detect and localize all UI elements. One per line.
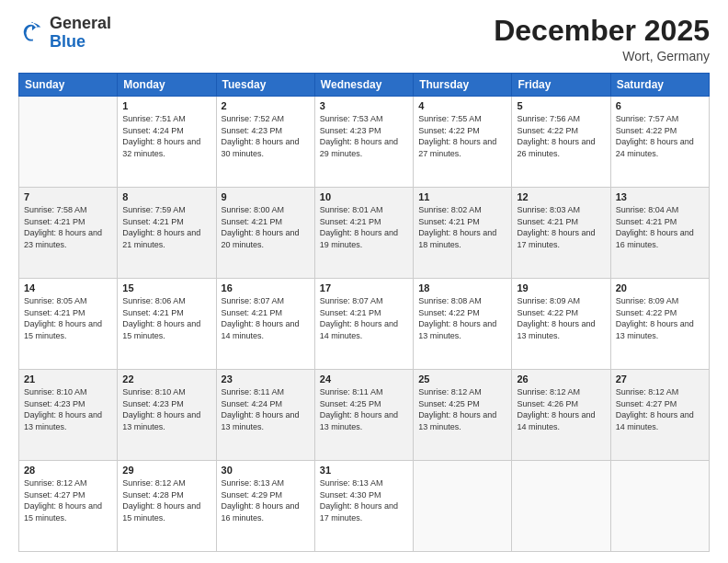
day-info: Sunrise: 7:58 AMSunset: 4:21 PMDaylight:… xyxy=(24,204,112,250)
calendar-cell: 20Sunrise: 8:09 AMSunset: 4:22 PMDayligh… xyxy=(610,279,709,370)
logo-icon xyxy=(18,20,44,46)
day-number: 11 xyxy=(418,191,506,202)
day-number: 20 xyxy=(616,282,704,293)
calendar-cell: 25Sunrise: 8:12 AMSunset: 4:25 PMDayligh… xyxy=(414,370,512,461)
calendar-cell: 24Sunrise: 8:11 AMSunset: 4:25 PMDayligh… xyxy=(314,370,413,461)
day-number: 22 xyxy=(122,373,210,385)
day-number: 3 xyxy=(320,100,408,111)
calendar-cell: 29Sunrise: 8:12 AMSunset: 4:28 PMDayligh… xyxy=(118,461,216,552)
day-number: 5 xyxy=(517,100,605,111)
day-number: 16 xyxy=(222,282,310,293)
calendar-table: SundayMondayTuesdayWednesdayThursdayFrid… xyxy=(18,73,710,552)
day-info: Sunrise: 8:12 AMSunset: 4:26 PMDaylight:… xyxy=(517,386,605,432)
day-number: 17 xyxy=(320,282,408,293)
day-number: 31 xyxy=(320,465,408,476)
calendar-cell: 4Sunrise: 7:55 AMSunset: 4:22 PMDaylight… xyxy=(414,97,512,188)
day-info: Sunrise: 7:52 AMSunset: 4:23 PMDaylight:… xyxy=(222,113,310,159)
day-info: Sunrise: 8:11 AMSunset: 4:25 PMDaylight:… xyxy=(320,386,408,432)
day-number: 15 xyxy=(122,282,210,293)
day-info: Sunrise: 8:12 AMSunset: 4:27 PMDaylight:… xyxy=(616,386,704,432)
logo-general: General xyxy=(50,14,111,32)
day-number: 25 xyxy=(418,373,506,385)
calendar-cell: 5Sunrise: 7:56 AMSunset: 4:22 PMDaylight… xyxy=(512,97,610,188)
calendar-cell: 15Sunrise: 8:06 AMSunset: 4:21 PMDayligh… xyxy=(118,279,216,370)
day-number: 12 xyxy=(517,191,605,202)
calendar-cell: 6Sunrise: 7:57 AMSunset: 4:22 PMDaylight… xyxy=(610,97,709,188)
day-number: 21 xyxy=(24,373,112,385)
day-info: Sunrise: 8:05 AMSunset: 4:21 PMDaylight:… xyxy=(24,295,112,341)
calendar-cell: 18Sunrise: 8:08 AMSunset: 4:22 PMDayligh… xyxy=(414,279,512,370)
day-number: 4 xyxy=(418,100,506,111)
day-info: Sunrise: 8:06 AMSunset: 4:21 PMDaylight:… xyxy=(122,295,210,341)
calendar-week-row: 21Sunrise: 8:10 AMSunset: 4:23 PMDayligh… xyxy=(19,370,710,461)
month-title: December 2025 xyxy=(494,15,710,47)
day-info: Sunrise: 8:00 AMSunset: 4:21 PMDaylight:… xyxy=(222,204,310,250)
day-number: 23 xyxy=(222,373,310,385)
calendar-cell: 10Sunrise: 8:01 AMSunset: 4:21 PMDayligh… xyxy=(314,188,413,279)
day-info: Sunrise: 8:07 AMSunset: 4:21 PMDaylight:… xyxy=(320,295,408,341)
day-header-thursday: Thursday xyxy=(414,74,512,97)
calendar-page: General Blue December 2025 Wort, Germany… xyxy=(0,0,728,563)
calendar-cell: 26Sunrise: 8:12 AMSunset: 4:26 PMDayligh… xyxy=(512,370,610,461)
day-number: 14 xyxy=(24,282,112,293)
day-info: Sunrise: 8:12 AMSunset: 4:27 PMDaylight:… xyxy=(24,477,112,523)
calendar-cell xyxy=(610,461,709,552)
calendar-cell: 11Sunrise: 8:02 AMSunset: 4:21 PMDayligh… xyxy=(414,188,512,279)
calendar-cell: 1Sunrise: 7:51 AMSunset: 4:24 PMDaylight… xyxy=(118,97,216,188)
day-info: Sunrise: 8:10 AMSunset: 4:23 PMDaylight:… xyxy=(24,386,112,432)
day-info: Sunrise: 8:11 AMSunset: 4:24 PMDaylight:… xyxy=(222,386,310,432)
day-number: 18 xyxy=(418,282,506,293)
logo-text: General Blue xyxy=(50,15,111,52)
day-number: 19 xyxy=(517,282,605,293)
calendar-cell xyxy=(414,461,512,552)
logo: General Blue xyxy=(18,15,111,52)
day-info: Sunrise: 8:13 AMSunset: 4:30 PMDaylight:… xyxy=(320,477,408,523)
page-header: General Blue December 2025 Wort, Germany xyxy=(18,15,710,63)
calendar-cell: 8Sunrise: 7:59 AMSunset: 4:21 PMDaylight… xyxy=(118,188,216,279)
day-number: 6 xyxy=(616,100,704,111)
day-number: 8 xyxy=(122,191,210,202)
day-header-friday: Friday xyxy=(512,74,610,97)
day-number: 27 xyxy=(616,373,704,385)
calendar-cell: 17Sunrise: 8:07 AMSunset: 4:21 PMDayligh… xyxy=(314,279,413,370)
calendar-cell: 30Sunrise: 8:13 AMSunset: 4:29 PMDayligh… xyxy=(216,461,314,552)
day-header-saturday: Saturday xyxy=(610,74,709,97)
day-number: 10 xyxy=(320,191,408,202)
day-number: 29 xyxy=(122,465,210,476)
day-number: 13 xyxy=(616,191,704,202)
calendar-header-row: SundayMondayTuesdayWednesdayThursdayFrid… xyxy=(19,74,710,97)
day-info: Sunrise: 8:13 AMSunset: 4:29 PMDaylight:… xyxy=(222,477,310,523)
day-info: Sunrise: 8:12 AMSunset: 4:25 PMDaylight:… xyxy=(418,386,506,432)
calendar-cell xyxy=(19,97,118,188)
calendar-cell xyxy=(512,461,610,552)
calendar-cell: 2Sunrise: 7:52 AMSunset: 4:23 PMDaylight… xyxy=(216,97,314,188)
calendar-cell: 14Sunrise: 8:05 AMSunset: 4:21 PMDayligh… xyxy=(19,279,118,370)
day-number: 9 xyxy=(222,191,310,202)
day-info: Sunrise: 8:03 AMSunset: 4:21 PMDaylight:… xyxy=(517,204,605,250)
day-number: 2 xyxy=(222,100,310,111)
calendar-cell: 19Sunrise: 8:09 AMSunset: 4:22 PMDayligh… xyxy=(512,279,610,370)
day-info: Sunrise: 7:55 AMSunset: 4:22 PMDaylight:… xyxy=(418,113,506,159)
calendar-week-row: 1Sunrise: 7:51 AMSunset: 4:24 PMDaylight… xyxy=(19,97,710,188)
day-info: Sunrise: 8:07 AMSunset: 4:21 PMDaylight:… xyxy=(222,295,310,341)
calendar-cell: 31Sunrise: 8:13 AMSunset: 4:30 PMDayligh… xyxy=(314,461,413,552)
calendar-cell: 23Sunrise: 8:11 AMSunset: 4:24 PMDayligh… xyxy=(216,370,314,461)
day-info: Sunrise: 7:51 AMSunset: 4:24 PMDaylight:… xyxy=(122,113,210,159)
calendar-cell: 22Sunrise: 8:10 AMSunset: 4:23 PMDayligh… xyxy=(118,370,216,461)
calendar-week-row: 7Sunrise: 7:58 AMSunset: 4:21 PMDaylight… xyxy=(19,188,710,279)
day-info: Sunrise: 7:56 AMSunset: 4:22 PMDaylight:… xyxy=(517,113,605,159)
day-info: Sunrise: 7:57 AMSunset: 4:22 PMDaylight:… xyxy=(616,113,704,159)
calendar-cell: 21Sunrise: 8:10 AMSunset: 4:23 PMDayligh… xyxy=(19,370,118,461)
calendar-cell: 13Sunrise: 8:04 AMSunset: 4:21 PMDayligh… xyxy=(610,188,709,279)
day-info: Sunrise: 8:08 AMSunset: 4:22 PMDaylight:… xyxy=(418,295,506,341)
location: Wort, Germany xyxy=(494,49,710,63)
day-header-wednesday: Wednesday xyxy=(314,74,413,97)
logo-blue: Blue xyxy=(50,32,85,51)
day-header-sunday: Sunday xyxy=(19,74,118,97)
day-number: 26 xyxy=(517,373,605,385)
day-info: Sunrise: 8:09 AMSunset: 4:22 PMDaylight:… xyxy=(517,295,605,341)
title-block: December 2025 Wort, Germany xyxy=(494,15,710,63)
day-info: Sunrise: 8:04 AMSunset: 4:21 PMDaylight:… xyxy=(616,204,704,250)
calendar-cell: 7Sunrise: 7:58 AMSunset: 4:21 PMDaylight… xyxy=(19,188,118,279)
day-number: 30 xyxy=(222,465,310,476)
